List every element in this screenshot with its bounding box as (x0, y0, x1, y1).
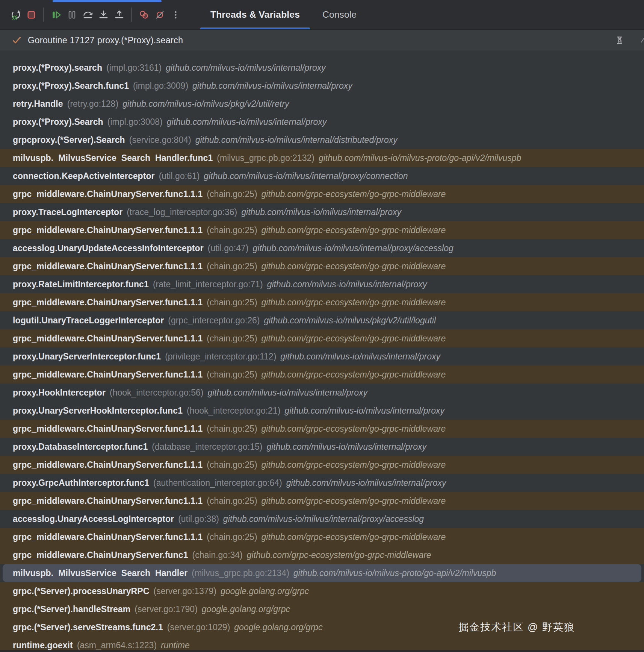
frame-location: (chain.go:34) (192, 550, 243, 560)
stack-frame-row[interactable]: grpc_middleware.ChainUnaryServer.func1.1… (0, 185, 644, 203)
frame-package: github.com/milvus-io/milvus/internal/pro… (280, 352, 440, 362)
stack-frame-row[interactable]: grpc_middleware.ChainUnaryServer.func1.1… (0, 456, 644, 474)
frame-package: github.com/grpc-ecosystem/go-grpc-middle… (247, 550, 431, 560)
more-options-icon (169, 9, 182, 21)
mute-breakpoints-button[interactable] (152, 6, 168, 23)
goroutine-header[interactable]: Goroutine 17127 proxy.(*Proxy).search (0, 29, 644, 50)
stack-frame-row[interactable]: logutil.UnaryTraceLoggerInterceptor(grpc… (0, 311, 644, 329)
frame-package: github.com/milvus-io/milvus/pkg/v2/util/… (122, 99, 289, 109)
stack-frame-row[interactable]: grpc_middleware.ChainUnaryServer.func1.1… (0, 257, 644, 275)
frame-location: (milvus_grpc.pb.go:2132) (217, 153, 314, 163)
pause-icon (66, 9, 78, 21)
frame-location: (util.go:38) (178, 514, 219, 524)
stack-frames-list: proxy.(*Proxy).search(impl.go:3161)githu… (0, 50, 644, 652)
rerun-button[interactable] (8, 6, 23, 23)
tab-console[interactable]: Console (311, 0, 368, 29)
stop-button[interactable] (23, 6, 39, 23)
clipped-icon (641, 35, 644, 46)
frame-location: (server.go:1029) (167, 622, 230, 632)
mute-breakpoints-icon (154, 9, 166, 21)
stack-frame-row[interactable]: proxy.HookInterceptor(hook_interceptor.g… (0, 384, 644, 402)
stack-frame-row[interactable]: proxy.DatabaseInterceptor.func1(database… (0, 438, 644, 456)
stack-frame-row[interactable]: milvuspb._MilvusService_Search_Handler.f… (0, 149, 644, 167)
stack-frame-row[interactable]: proxy.UnaryServerInterceptor.func1(privi… (0, 347, 644, 365)
frame-function: grpc.(*Server).processUnaryRPC (13, 586, 149, 596)
stack-frame-row[interactable]: proxy.(*Proxy).Search(impl.go:3008)githu… (0, 113, 644, 131)
frame-function: proxy.HookInterceptor (13, 388, 106, 398)
frame-function: proxy.UnaryServerInterceptor.func1 (13, 352, 161, 362)
frame-function: grpc_middleware.ChainUnaryServer.func1.1… (13, 496, 203, 506)
frame-location: (chain.go:25) (207, 532, 257, 542)
stack-frame-row[interactable]: grpc_middleware.ChainUnaryServer.func1.1… (0, 528, 644, 546)
view-breakpoints-icon (138, 9, 150, 21)
frame-location: (chain.go:25) (207, 496, 257, 506)
frame-location: (asm_arm64.s:1223) (77, 640, 157, 650)
stack-frame-row[interactable]: milvuspb._MilvusService_Search_Handler(m… (3, 564, 641, 582)
progress-bar (53, 0, 162, 2)
frame-location: (chain.go:25) (207, 424, 257, 434)
pause-button[interactable] (64, 6, 80, 23)
step-out-icon (113, 9, 125, 21)
frame-package: github.com/grpc-ecosystem/go-grpc-middle… (262, 261, 446, 271)
frame-package: github.com/milvus-io/milvus/pkg/v2/util/… (264, 315, 436, 326)
frame-function: accesslog.UnaryUpdateAccessInfoIntercept… (13, 243, 204, 253)
toolbar-separator (131, 8, 132, 22)
stack-frame-row[interactable]: proxy.RateLimitInterceptor.func1(rate_li… (0, 275, 644, 293)
stack-frame-row[interactable]: grpc.(*Server).processUnaryRPC(server.go… (0, 582, 644, 600)
frame-location: (hook_interceptor.go:56) (110, 388, 203, 398)
stack-frame-row[interactable]: proxy.UnaryServerHookInterceptor.func1(h… (0, 402, 644, 420)
frame-package: github.com/milvus-io/milvus/internal/pro… (266, 442, 426, 452)
frame-function: proxy.(*Proxy).search (13, 63, 102, 73)
stack-frame-row[interactable]: runtime.goexit(asm_arm64.s:1223)runtime (0, 636, 644, 652)
frame-function: grpc_middleware.ChainUnaryServer.func1 (13, 550, 188, 560)
frame-package: github.com/milvus-io/milvus/internal/pro… (167, 117, 327, 127)
stack-frame-row[interactable]: grpc_middleware.ChainUnaryServer.func1.1… (0, 365, 644, 384)
frame-location: (chain.go:25) (207, 460, 257, 470)
resume-button[interactable] (48, 6, 64, 23)
view-breakpoints-button[interactable] (136, 6, 152, 23)
stack-frame-row[interactable]: grpc_middleware.ChainUnaryServer.func1(c… (0, 546, 644, 564)
stack-frame-row[interactable]: grpcproxy.(*Server).Search(service.go:80… (0, 131, 644, 149)
frame-location: (service.go:804) (129, 135, 191, 145)
stack-frame-row[interactable]: retry.Handle(retry.go:128)github.com/mil… (0, 95, 644, 113)
frame-location: (privilege_interceptor.go:112) (165, 352, 276, 362)
frame-package: github.com/grpc-ecosystem/go-grpc-middle… (262, 496, 446, 506)
frame-location: (chain.go:25) (207, 189, 257, 199)
stack-frame-row[interactable]: proxy.TraceLogInterceptor(trace_log_inte… (0, 203, 644, 221)
tab-threads-variables[interactable]: Threads & Variables (199, 0, 311, 29)
frame-function: grpc_middleware.ChainUnaryServer.func1.1… (13, 261, 203, 271)
resume-icon (50, 9, 62, 21)
frame-package: github.com/grpc-ecosystem/go-grpc-middle… (262, 532, 446, 542)
stack-frame-row[interactable]: connection.KeepActiveInterceptor(util.go… (0, 167, 644, 185)
debugger-tabs: Threads & Variables Console (199, 0, 368, 29)
step-over-button[interactable] (80, 6, 95, 23)
stack-frame-row[interactable]: grpc_middleware.ChainUnaryServer.func1.1… (0, 420, 644, 438)
stack-frame-row[interactable]: grpc_middleware.ChainUnaryServer.func1.1… (0, 293, 644, 311)
frame-package: github.com/milvus-io/milvus/internal/pro… (241, 207, 401, 217)
frame-function: grpc.(*Server).handleStream (13, 604, 130, 614)
stack-frame-row[interactable]: grpc.(*Server).handleStream(server.go:17… (0, 600, 644, 618)
frame-function: grpc_middleware.ChainUnaryServer.func1.1… (13, 370, 203, 380)
stack-frame-row[interactable]: grpc_middleware.ChainUnaryServer.func1.1… (0, 221, 644, 239)
stack-frame-row[interactable]: accesslog.UnaryAccessLogInterceptor(util… (0, 510, 644, 528)
frame-function: proxy.(*Proxy).Search (13, 117, 103, 127)
frame-package: github.com/milvus-io/milvus/internal/dis… (195, 135, 398, 145)
step-out-button[interactable] (111, 6, 127, 23)
stack-frame-row[interactable]: grpc_middleware.ChainUnaryServer.func1.1… (0, 492, 644, 510)
step-into-button[interactable] (95, 6, 111, 23)
frame-function: proxy.DatabaseInterceptor.func1 (13, 442, 148, 452)
frame-package: github.com/milvus-io/milvus/internal/pro… (286, 478, 446, 488)
frame-function: accesslog.UnaryAccessLogInterceptor (13, 514, 174, 524)
frame-package: github.com/milvus-io/milvus-proto/go-api… (293, 568, 496, 578)
stack-frame-row[interactable]: grpc_middleware.ChainUnaryServer.func1.1… (0, 329, 644, 347)
stack-frame-row[interactable]: accesslog.UnaryUpdateAccessInfoIntercept… (0, 239, 644, 257)
rerun-debug-icon (9, 9, 22, 21)
frame-package: github.com/milvus-io/milvus/internal/pro… (192, 81, 352, 91)
frame-function: grpc_middleware.ChainUnaryServer.func1.1… (13, 225, 203, 235)
hide-frames-button[interactable] (612, 33, 627, 47)
goroutine-title: Goroutine 17127 proxy.(*Proxy).search (28, 35, 183, 45)
more-options-button[interactable] (168, 6, 183, 23)
stack-frame-row[interactable]: proxy.(*Proxy).search(impl.go:3161)githu… (0, 59, 644, 77)
stack-frame-row[interactable]: proxy.(*Proxy).Search.func1(impl.go:3009… (0, 77, 644, 95)
stack-frame-row[interactable]: proxy.GrpcAuthInterceptor.func1(authenti… (0, 474, 644, 492)
